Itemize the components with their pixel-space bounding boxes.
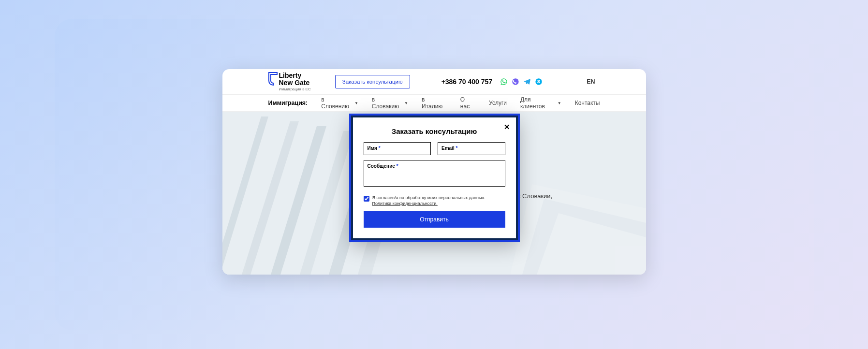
nav-item-about[interactable]: О нас xyxy=(460,96,475,110)
order-consultation-button[interactable]: Заказать консультацию xyxy=(335,75,410,88)
browser-window: Liberty New Gate Иммиграция в ЕС Заказат… xyxy=(222,69,646,275)
close-icon[interactable]: ✕ xyxy=(504,123,510,131)
skype-icon[interactable] xyxy=(534,77,543,86)
telegram-icon[interactable] xyxy=(523,77,531,86)
language-switcher[interactable]: EN xyxy=(587,78,595,85)
nav-item-contacts[interactable]: Контакты xyxy=(575,100,600,106)
chevron-down-icon: ▼ xyxy=(354,101,358,105)
nav-item-slovenia[interactable]: в Словению▼ xyxy=(321,96,358,110)
email-field-wrapper: Email * xyxy=(438,142,505,155)
logo-text: Liberty New Gate Иммиграция в ЕС xyxy=(279,72,311,91)
consultation-modal: ✕ Заказать консультацию Имя * Email * Со… xyxy=(351,116,518,240)
nav-item-italy[interactable]: в Италию xyxy=(422,96,447,110)
consent-text: Я согласен/а на обработку моих персональ… xyxy=(372,195,485,206)
consent-checkbox[interactable] xyxy=(364,196,369,202)
nav-item-slovakia[interactable]: в Словакию▼ xyxy=(372,96,408,110)
message-field-wrapper: Сообщение * xyxy=(364,160,505,189)
viber-icon[interactable] xyxy=(511,77,520,86)
logo[interactable]: Liberty New Gate Иммиграция в ЕС xyxy=(268,72,311,91)
email-input[interactable] xyxy=(438,142,505,155)
whatsapp-icon[interactable] xyxy=(500,77,508,86)
consent-row: Я согласен/а на обработку моих персональ… xyxy=(364,195,505,206)
logo-line2: New Gate xyxy=(279,79,311,87)
chevron-down-icon: ▼ xyxy=(404,101,408,105)
page-frame: Liberty New Gate Иммиграция в ЕС Заказат… xyxy=(55,19,814,330)
header-bar: Liberty New Gate Иммиграция в ЕС Заказат… xyxy=(222,69,646,94)
name-input[interactable] xyxy=(364,142,431,155)
modal-title: Заказать консультацию xyxy=(364,127,505,135)
nav-item-services[interactable]: Услуги xyxy=(489,100,507,106)
nav-label: Иммиграция: xyxy=(268,100,308,106)
nav-bar: Иммиграция: в Словению▼ в Словакию▼ в Ит… xyxy=(222,94,646,112)
logo-shield-icon xyxy=(268,72,278,86)
name-field-wrapper: Имя * xyxy=(364,142,431,155)
nav-item-clients[interactable]: Для клиентов▼ xyxy=(520,96,561,110)
message-input[interactable] xyxy=(364,160,505,187)
logo-tagline: Иммиграция в ЕС xyxy=(279,87,311,91)
chevron-down-icon: ▼ xyxy=(558,101,561,105)
submit-button[interactable]: Отправить xyxy=(364,211,505,228)
social-icons xyxy=(500,77,543,86)
privacy-policy-link[interactable]: Политика конфиденциальности. xyxy=(372,201,438,206)
phone-number[interactable]: +386 70 400 757 xyxy=(441,78,493,86)
logo-line1: Liberty xyxy=(279,72,311,79)
